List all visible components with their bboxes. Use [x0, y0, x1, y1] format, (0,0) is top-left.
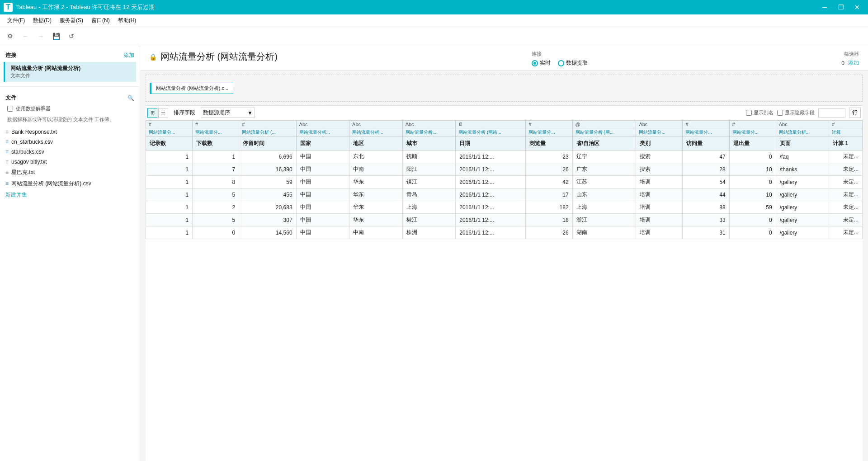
table-body: 116,696中国东北抚顺2016/1/1 12:...23辽宁搜索470/fa…: [146, 151, 863, 239]
files-header: 文件 🔍: [0, 92, 140, 103]
use-interpreter-checkbox[interactable]: [7, 106, 13, 112]
cell-r1-c6: 2016/1/1 12:...: [456, 163, 526, 176]
filter-area: 筛选器 0 添加: [841, 51, 859, 67]
cell-r3-c0: 1: [146, 188, 193, 201]
table-chip[interactable]: 网站流量分析 (网站流量分析).c...: [150, 83, 233, 94]
cell-r3-c3: 中国: [296, 188, 349, 201]
file-csv-icon: ≡: [5, 139, 9, 145]
cell-r0-c11: 0: [729, 151, 776, 163]
grid-view-button[interactable]: ⊞: [147, 108, 157, 118]
col-header-5[interactable]: 城市: [402, 137, 456, 151]
file-txt-icon-3: ≡: [5, 169, 9, 175]
col-header-row: 记录数 下载数 停留时间 国家 地区 城市 日期 浏览量 省/自治区 类别 访问: [146, 137, 863, 151]
col-header-13[interactable]: 计算 1: [829, 137, 863, 151]
close-button[interactable]: ✕: [850, 0, 864, 14]
cell-r3-c11: 10: [729, 188, 776, 201]
file-item-starbucks[interactable]: ≡ starbucks.csv: [0, 147, 140, 157]
col-type-1: #: [193, 121, 239, 128]
file-name-usagov: usagov bitly.txt: [11, 159, 47, 165]
realtime-option[interactable]: 实时: [532, 59, 551, 67]
dropdown-arrow-icon: ▼: [247, 110, 253, 116]
show-hidden-checkbox[interactable]: [777, 110, 783, 116]
col-header-6[interactable]: 日期: [456, 137, 526, 151]
col-header-2[interactable]: 停留时间: [239, 137, 296, 151]
realtime-label: 实时: [540, 59, 551, 67]
back-button[interactable]: ←: [19, 30, 32, 42]
view-icons: ⊞ ☰: [147, 108, 168, 118]
cell-r6-c5: 株洲: [402, 226, 456, 239]
cell-r0-c0: 1: [146, 151, 193, 163]
col-header-8[interactable]: 省/自治区: [572, 137, 636, 151]
cell-r0-c4: 东北: [349, 151, 403, 163]
file-item-bank[interactable]: ≡ Bank Response.txt: [0, 127, 140, 137]
col-header-11[interactable]: 退出量: [729, 137, 776, 151]
col-header-0[interactable]: 记录数: [146, 137, 193, 151]
cell-r3-c4: 华东: [349, 188, 403, 201]
col-type-8: @: [572, 121, 636, 128]
col-source-7: 网站流量分...: [526, 128, 572, 137]
col-header-12[interactable]: 页面: [776, 137, 829, 151]
file-item-website[interactable]: ≡ 网站流量分析 (网站流量分析).csv: [0, 178, 140, 189]
sort-bar: ⊞ ☰ 排序字段 数据源顺序 ▼ 显示别名: [146, 105, 863, 120]
add-connection-button[interactable]: 添加: [123, 52, 134, 59]
show-hidden-label: 显示隐藏字段: [785, 109, 815, 116]
cell-r5-c12: /gallery: [776, 214, 829, 226]
col-header-1[interactable]: 下载数: [193, 137, 239, 151]
cell-r2-c9: 培训: [636, 176, 683, 188]
settings-icon[interactable]: ⚙: [4, 30, 16, 42]
col-type-5: Abc: [402, 121, 456, 128]
filter-add-button[interactable]: 添加: [848, 59, 859, 67]
extract-option[interactable]: 数据提取: [558, 59, 588, 67]
cell-r2-c0: 1: [146, 176, 193, 188]
cell-r6-c3: 中国: [296, 226, 349, 239]
new-union-button[interactable]: 新建并集: [0, 189, 140, 201]
show-alias-checkbox[interactable]: [746, 110, 752, 116]
col-type-11: #: [729, 121, 776, 128]
restore-button[interactable]: ❐: [834, 0, 848, 14]
rows-count-input[interactable]: 1,000: [818, 108, 845, 118]
extract-radio[interactable]: [558, 60, 564, 66]
col-header-9[interactable]: 类别: [636, 137, 683, 151]
realtime-radio[interactable]: [532, 60, 538, 66]
menu-window[interactable]: 窗口(N): [88, 15, 113, 26]
menu-help[interactable]: 帮助(H): [114, 15, 140, 26]
menu-server[interactable]: 服务器(S): [56, 15, 87, 26]
col-header-10[interactable]: 访问量: [683, 137, 729, 151]
menu-file[interactable]: 文件(F): [4, 15, 28, 26]
list-view-button[interactable]: ☰: [158, 108, 168, 118]
file-item-cn-starbucks[interactable]: ≡ cn_starbucks.csv: [0, 137, 140, 147]
cell-r2-c6: 2016/1/1 12:...: [456, 176, 526, 188]
cell-r0-c3: 中国: [296, 151, 349, 163]
search-icon[interactable]: 🔍: [127, 95, 134, 101]
col-header-3[interactable]: 国家: [296, 137, 349, 151]
table-row: 15455中国华东青岛2016/1/1 12:...17山东培训4410/gal…: [146, 188, 863, 201]
cell-r0-c13: 未定...: [829, 151, 863, 163]
save-button[interactable]: 💾: [50, 30, 62, 42]
canvas-area[interactable]: 网站流量分析 (网站流量分析).c...: [146, 75, 863, 102]
sort-dropdown[interactable]: 数据源顺序 ▼: [201, 108, 255, 118]
cell-r0-c8: 辽宁: [572, 151, 636, 163]
rows-apply-button[interactable]: 行: [849, 108, 861, 118]
cell-r6-c8: 湖南: [572, 226, 636, 239]
forward-button[interactable]: →: [34, 30, 47, 42]
menu-data[interactable]: 数据(D): [29, 15, 55, 26]
file-item-xbk[interactable]: ≡ 星巴克.txt: [0, 167, 140, 178]
file-item-usagov[interactable]: ≡ usagov bitly.txt: [0, 157, 140, 167]
cell-r1-c3: 中国: [296, 163, 349, 176]
col-type-12: Abc: [776, 121, 829, 128]
titlebar-left: T Tableau - 工作簿 2 - Tableau 许可证将在 12 天后过…: [4, 3, 155, 12]
cell-r5-c9: 培训: [636, 214, 683, 226]
col-header-7[interactable]: 浏览量: [526, 137, 572, 151]
cell-r1-c7: 26: [526, 163, 572, 176]
cell-r6-c2: 14,560: [239, 226, 296, 239]
file-csv-icon-3: ≡: [5, 180, 9, 187]
filter-row: 0 添加: [841, 59, 859, 67]
col-header-4[interactable]: 地区: [349, 137, 403, 151]
cell-r1-c12: /thanks: [776, 163, 829, 176]
interpreter-label: 使用数据解释器: [16, 105, 51, 112]
connection-item[interactable]: 网站流量分析 (网站流量分析) 文本文件: [4, 62, 136, 82]
file-name-bank: Bank Response.txt: [11, 129, 57, 135]
data-table: # # # Abc Abc Abc 🗓 # @ Abc #: [146, 120, 863, 239]
minimize-button[interactable]: ─: [817, 0, 832, 14]
refresh-button[interactable]: ↺: [65, 30, 78, 42]
